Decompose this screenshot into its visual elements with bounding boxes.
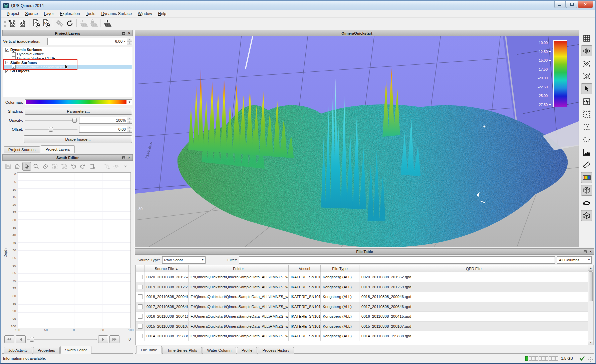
zoom-button[interactable] [32, 162, 40, 171]
float-panel-icon[interactable] [121, 155, 126, 160]
water-column-tool-button[interactable] [102, 18, 112, 28]
scene-3d-view[interactable]: 3144560.0 -30 [135, 36, 579, 247]
scroll-up-icon[interactable]: ▲ [588, 265, 593, 271]
tab-process-history[interactable]: Process History [258, 347, 294, 354]
status-ok-check-icon[interactable] [577, 355, 585, 362]
add-raw-sonar-files-button[interactable] [31, 18, 41, 28]
first-frame-button[interactable] [4, 335, 14, 343]
row-checkbox[interactable] [138, 314, 142, 319]
settings-gears-button[interactable] [55, 18, 65, 28]
close-button[interactable]: ✕ [578, 1, 593, 8]
table-row[interactable]: 0020_20110308_201552.allF:\QimeraQuickst… [136, 272, 588, 282]
vertical-exaggeration-spinner[interactable]: ▲▼ [127, 38, 132, 45]
flat-surface-view-button[interactable] [581, 45, 592, 56]
colormap-tool-button[interactable] [581, 172, 592, 183]
tab-swath-editor[interactable]: Swath Editor [60, 346, 91, 354]
opacity-spinner[interactable]: ▲▼ [127, 117, 132, 123]
row-checkbox[interactable] [138, 294, 142, 299]
layer-checkbox[interactable] [12, 52, 16, 56]
close-panel-icon[interactable]: ✕ [127, 155, 131, 160]
menu-exploration[interactable]: Exploration [57, 10, 83, 17]
accept-selection-button[interactable] [60, 162, 68, 171]
redo-button[interactable] [78, 162, 87, 171]
menu-dynamic-surface[interactable]: Dynamic Surface [98, 10, 135, 17]
shading-parameters-button[interactable]: Parameters... [25, 108, 132, 115]
tab-job-activity[interactable]: Job Activity [4, 347, 32, 354]
offset-slider[interactable] [25, 126, 77, 132]
filter-input[interactable] [239, 256, 555, 264]
home-button[interactable] [13, 162, 22, 171]
polygon-select-button[interactable] [581, 121, 592, 132]
next-frame-button[interactable] [98, 335, 108, 343]
tab-water-column[interactable]: Water Column [203, 347, 236, 354]
column-header-qpd-file[interactable]: QPD File [359, 265, 588, 272]
pick-select-button[interactable] [581, 96, 592, 107]
3d-edit-tool-button[interactable] [581, 210, 592, 221]
offset-spinner[interactable]: ▲▼ [127, 126, 132, 132]
frame-slider[interactable] [27, 336, 97, 342]
column-header-folder[interactable]: Folder [189, 265, 289, 272]
column-header-file-type[interactable]: File Type [321, 265, 359, 272]
beam-filter-1-button[interactable] [102, 162, 111, 171]
measure-tool-button[interactable] [581, 159, 592, 170]
scrollbar-thumb[interactable] [589, 271, 593, 301]
opacity-input[interactable]: 100% ▲▼ [79, 117, 132, 124]
lasso-select-button[interactable] [581, 134, 592, 145]
pointer-button[interactable] [581, 83, 592, 94]
last-frame-button[interactable] [109, 335, 119, 343]
table-row[interactable]: 0017_20110308_200646.allF:\QimeraQuickst… [136, 302, 588, 312]
exit-edit-button[interactable] [88, 162, 96, 171]
tab-properties[interactable]: Properties [33, 347, 60, 354]
layer-item-dynamic-surfaces[interactable]: ✓Dynamic Surfaces [3, 48, 132, 52]
grid-view-button[interactable] [581, 33, 592, 44]
zoom-extents-2d-button[interactable] [581, 58, 592, 69]
vertical-exaggeration-input[interactable]: 6.00 × ▲▼ [47, 38, 132, 45]
more-options-button[interactable] [121, 162, 130, 171]
close-panel-icon[interactable]: ✕ [588, 249, 593, 254]
columns-dropdown[interactable]: All Columns ▼ [557, 256, 592, 264]
menu-project[interactable]: Project [4, 10, 22, 17]
minimize-button[interactable] [554, 1, 566, 8]
table-row[interactable]: 0019_20110308_201259.allF:\QimeraQuickst… [136, 282, 588, 292]
table-row[interactable]: 0018_20110308_200946.allF:\QimeraQuickst… [136, 292, 588, 302]
opacity-slider[interactable] [25, 117, 77, 123]
row-checkbox[interactable] [138, 304, 142, 309]
new-project-button[interactable] [7, 18, 17, 28]
tab-project-sources[interactable]: Project Sources [4, 146, 40, 153]
layer-checkbox[interactable]: ✓ [12, 65, 16, 69]
tab-profile[interactable]: Profile [237, 347, 257, 354]
layer-checkbox[interactable] [12, 56, 16, 60]
column-header-vessel[interactable]: Vessel [289, 265, 321, 272]
surface-mesh-toggle-button[interactable] [581, 185, 592, 196]
row-checkbox[interactable] [138, 324, 142, 329]
drape-image-button[interactable]: Drape Image... [24, 135, 132, 143]
tab-project-layers[interactable]: Project Layers [41, 145, 75, 153]
close-panel-icon[interactable]: ✕ [127, 31, 131, 36]
table-row[interactable]: 0014_20110308_195838.allF:\QimeraQuickst… [136, 331, 588, 341]
table-scrollbar[interactable]: ▲ ▼ [588, 265, 594, 345]
menu-layer[interactable]: Layer [41, 10, 57, 17]
add-processed-points-files-button[interactable]: × ×× [41, 18, 51, 28]
column-header-source-file[interactable]: Source File▲ [144, 265, 189, 272]
scroll-down-icon[interactable]: ▼ [588, 340, 593, 345]
tab-time-series-plots[interactable]: Time Series Plots [163, 347, 202, 354]
reject-selection-button[interactable] [50, 162, 59, 171]
table-row[interactable]: 0015_20110308_200107.allF:\QimeraQuickst… [136, 322, 588, 332]
offset-input[interactable]: 0.00 ▲▼ [79, 126, 132, 133]
float-panel-icon[interactable] [121, 31, 126, 36]
rectangle-select-button[interactable] [581, 109, 592, 120]
save-button[interactable] [4, 162, 12, 171]
refresh-button[interactable] [65, 18, 75, 28]
layer-checkbox[interactable]: ✓ [5, 69, 9, 73]
source-type-dropdown[interactable]: Raw Sonar ▼ [162, 256, 206, 264]
create-dynamic-surface-button[interactable] [78, 18, 88, 28]
resize-grip[interactable] [588, 357, 593, 362]
colormap-dropdown[interactable]: ▼ [25, 99, 132, 105]
swath-plot-canvas[interactable] [17, 172, 131, 328]
layer-item-dynamicsurface-cube[interactable]: DynamicSurface-CUBE [3, 56, 132, 61]
row-checkbox[interactable] [138, 334, 142, 338]
toolbar-grip[interactable] [4, 19, 6, 27]
eraser-button[interactable] [41, 162, 50, 171]
layer-checkbox[interactable]: ✓ [5, 61, 9, 64]
layer-checkbox[interactable]: ✓ [5, 48, 9, 52]
